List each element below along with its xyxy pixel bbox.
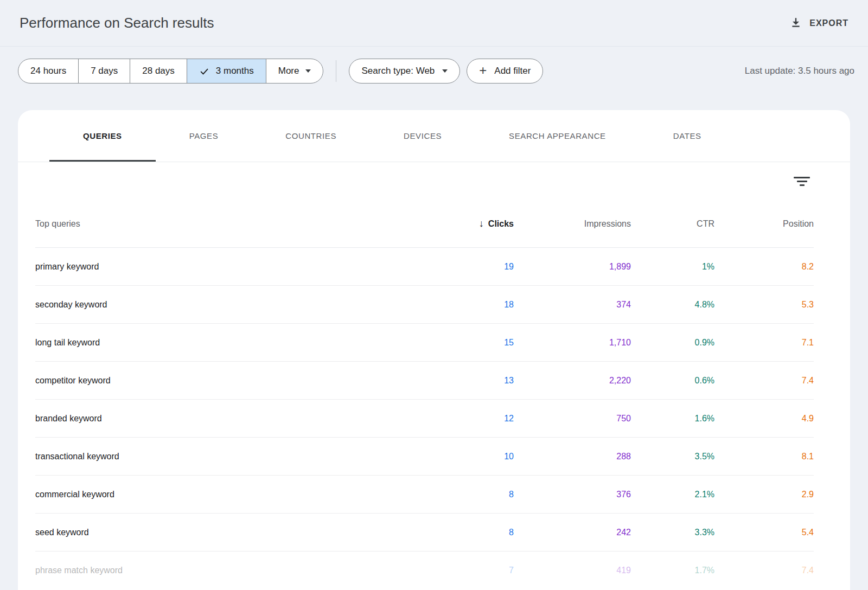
position-cell: 8.2 [714,262,814,272]
position-cell: 4.9 [714,414,814,424]
table-row[interactable]: branded keyword 12 750 1.6% 4.9 [35,400,814,438]
add-filter-label: Add filter [494,66,531,76]
ctr-cell: 2.1% [631,490,714,499]
date-range-group: 24 hours7 days28 days3 months More [18,59,323,84]
impressions-cell: 288 [514,452,631,461]
more-button[interactable]: More [266,59,323,83]
ctr-cell: 3.3% [631,528,714,537]
ctr-cell: 1% [631,262,714,272]
position-cell: 7.1 [714,338,814,348]
query-cell[interactable]: seconday keyword [35,300,416,310]
table-toolbar [18,162,850,200]
more-label: More [278,66,299,76]
date-range-24-hours[interactable]: 24 hours [18,59,78,83]
queries-table: Top queries ↓ Clicks Impressions CTR Pos… [18,200,850,589]
column-header-position[interactable]: Position [714,219,814,229]
clicks-cell: 18 [416,300,514,310]
clicks-cell: 7 [416,566,514,575]
check-icon [199,66,209,76]
impressions-cell: 376 [514,490,631,499]
ctr-cell: 1.7% [631,566,714,575]
table-body: primary keyword 19 1,899 1% 8.2 seconday… [35,248,814,589]
query-cell[interactable]: competitor keyword [35,376,416,386]
tab-bar: QUERIESPAGESCOUNTRIESDEVICESSEARCH APPEA… [18,110,850,162]
add-filter-button[interactable]: + Add filter [467,59,543,84]
tab-queries[interactable]: QUERIES [49,110,156,162]
date-range-label: 7 days [91,66,118,76]
chevron-down-icon [305,69,311,73]
page-header: Performance on Search results EXPORT [0,0,868,47]
tab-search-appearance[interactable]: SEARCH APPEARANCE [475,110,640,162]
query-cell[interactable]: primary keyword [35,262,416,272]
table-row[interactable]: long tail keyword 15 1,710 0.9% 7.1 [35,324,814,362]
table-row[interactable]: commercial keyword 8 376 2.1% 2.9 [35,476,814,514]
column-header-clicks[interactable]: ↓ Clicks [416,218,514,229]
clicks-cell: 8 [416,490,514,499]
impressions-cell: 1,899 [514,262,631,272]
date-range-label: 24 hours [30,66,66,76]
ctr-cell: 3.5% [631,452,714,461]
tab-dates[interactable]: DATES [640,110,735,162]
date-range-label: 3 months [216,66,254,76]
ctr-cell: 0.9% [631,338,714,348]
report-card: QUERIESPAGESCOUNTRIESDEVICESSEARCH APPEA… [18,110,850,590]
query-cell[interactable]: commercial keyword [35,490,416,499]
filter-bar-divider [336,60,336,82]
filter-rows-icon[interactable] [792,175,812,188]
clicks-cell: 15 [416,338,514,348]
filter-bar: 24 hours7 days28 days3 months More Searc… [18,59,854,84]
ctr-cell: 0.6% [631,376,714,386]
ctr-cell: 4.8% [631,300,714,310]
table-row[interactable]: transactional keyword 10 288 3.5% 8.1 [35,438,814,476]
tab-countries[interactable]: COUNTRIES [252,110,370,162]
last-update-text: Last update: 3.5 hours ago [745,66,854,76]
table-header-row: Top queries ↓ Clicks Impressions CTR Pos… [35,200,814,248]
position-cell: 2.9 [714,490,814,499]
query-cell[interactable]: seed keyword [35,528,416,537]
column-header-ctr[interactable]: CTR [631,219,714,229]
date-range-label: 28 days [142,66,175,76]
query-cell[interactable]: branded keyword [35,414,416,424]
clicks-cell: 8 [416,528,514,537]
impressions-cell: 750 [514,414,631,424]
table-row[interactable]: seconday keyword 18 374 4.8% 5.3 [35,286,814,324]
position-cell: 7.4 [714,566,814,575]
table-row[interactable]: phrase match keyword 7 419 1.7% 7.4 [35,551,814,589]
ctr-cell: 1.6% [631,414,714,424]
impressions-cell: 374 [514,300,631,310]
table-row[interactable]: competitor keyword 13 2,220 0.6% 7.4 [35,362,814,400]
search-type-label: Search type: Web [361,66,435,76]
clicks-cell: 10 [416,452,514,461]
export-button[interactable]: EXPORT [790,16,848,30]
table-row[interactable]: primary keyword 19 1,899 1% 8.2 [35,248,814,286]
clicks-cell: 12 [416,414,514,424]
impressions-cell: 2,220 [514,376,631,386]
date-range-28-days[interactable]: 28 days [130,59,187,83]
tab-pages[interactable]: PAGES [156,110,252,162]
position-cell: 7.4 [714,376,814,386]
clicks-cell: 19 [416,262,514,272]
tab-devices[interactable]: DEVICES [370,110,475,162]
export-label: EXPORT [809,18,848,28]
query-cell[interactable]: transactional keyword [35,452,416,461]
search-type-dropdown[interactable]: Search type: Web [349,59,460,84]
date-range-7-days[interactable]: 7 days [78,59,130,83]
plus-icon: + [479,64,487,77]
impressions-cell: 1,710 [514,338,631,348]
table-row[interactable]: seed keyword 8 242 3.3% 5.4 [35,514,814,551]
impressions-cell: 419 [514,566,631,575]
column-header-impressions[interactable]: Impressions [514,219,631,229]
position-cell: 8.1 [714,452,814,461]
sort-descending-icon: ↓ [479,218,484,229]
query-cell[interactable]: phrase match keyword [35,566,416,575]
query-cell[interactable]: long tail keyword [35,338,416,348]
position-cell: 5.3 [714,300,814,310]
clicks-cell: 13 [416,376,514,386]
chevron-down-icon [442,69,448,73]
column-header-queries[interactable]: Top queries [35,219,416,229]
impressions-cell: 242 [514,528,631,537]
date-range-3-months[interactable]: 3 months [187,59,266,83]
page-title: Performance on Search results [20,15,214,31]
download-icon [790,16,802,30]
position-cell: 5.4 [714,528,814,537]
